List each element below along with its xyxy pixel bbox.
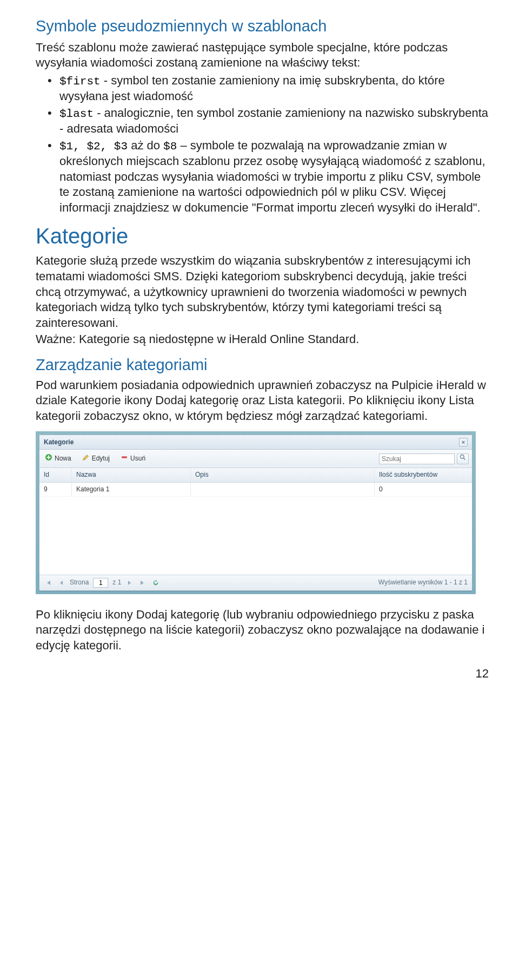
list-item: $last - analogicznie, ten symbol zostani…	[59, 106, 489, 137]
zarzadzanie-paragraph: Pod warunkiem posiadania odpowiednich up…	[36, 378, 489, 424]
svg-line-3	[464, 458, 465, 460]
last-page-icon[interactable]	[138, 578, 147, 587]
toolbar: Nowa Edytuj Usuń	[39, 450, 472, 468]
list-item: $1, $2, $3 aż do $8 – symbole te pozwala…	[59, 138, 489, 216]
table-row[interactable]: 9 Kategoria 1 0	[39, 483, 472, 497]
text: aż do	[128, 139, 163, 152]
kategorie-paragraph-2: Ważne: Kategorie są niedostępne w iHeral…	[36, 332, 489, 347]
col-id[interactable]: Id	[39, 468, 72, 482]
grid-header: Id Nazwa Opis Ilość subskrybentów	[39, 468, 472, 483]
cell-nazwa: Kategoria 1	[72, 483, 191, 497]
code-range-end: $8	[163, 140, 177, 153]
code-range: $1, $2, $3	[59, 140, 128, 153]
search-input[interactable]	[379, 453, 455, 464]
delete-button[interactable]: Usuń	[118, 452, 148, 465]
edit-button[interactable]: Edytuj	[80, 452, 112, 465]
app-window: Kategorie × Nowa Edytuj Usuń	[39, 435, 473, 590]
prev-page-icon[interactable]	[57, 578, 65, 587]
grid-footer: Strona z 1 Wyświetlanie wyników 1 - 1 z …	[39, 575, 472, 590]
svg-point-2	[461, 455, 464, 459]
new-button-label: Nowa	[55, 455, 71, 463]
text: - analogicznie, ten symbol zostanie zami…	[59, 106, 488, 135]
search-button[interactable]	[457, 453, 469, 464]
page-input[interactable]	[93, 578, 108, 588]
page-total: z 1	[112, 578, 121, 587]
code-last: $last	[59, 108, 94, 120]
next-page-icon[interactable]	[125, 578, 134, 587]
symbol-list: $first - symbol ten zostanie zamieniony …	[36, 73, 489, 215]
heading-zarzadzanie: Zarządzanie kategoriami	[36, 355, 489, 376]
after-window-paragraph: Po kliknięciu ikony Dodaj kategorię (lub…	[36, 607, 489, 654]
minus-icon	[121, 453, 128, 464]
app-screenshot: Kategorie × Nowa Edytuj Usuń	[36, 431, 476, 594]
col-ilosc[interactable]: Ilość subskrybentów	[375, 468, 472, 482]
svg-rect-1	[122, 457, 128, 459]
intro-paragraph: Treść szablonu może zawierać następujące…	[36, 40, 489, 71]
page-number: 12	[36, 666, 489, 682]
cell-opis	[191, 483, 375, 497]
window-title: Kategorie	[44, 438, 74, 447]
pencil-icon	[82, 453, 90, 464]
kategorie-paragraph-1: Kategorie służą przede wszystkim do wiąz…	[36, 253, 489, 331]
first-page-icon[interactable]	[44, 578, 52, 587]
close-icon[interactable]: ×	[459, 438, 468, 446]
col-opis[interactable]: Opis	[191, 468, 375, 482]
edit-button-label: Edytuj	[92, 455, 110, 463]
window-titlebar: Kategorie ×	[39, 435, 472, 450]
code-first: $first	[59, 75, 101, 88]
refresh-icon[interactable]	[151, 578, 160, 587]
page-label: Strona	[70, 578, 89, 587]
cell-ilosc: 0	[375, 483, 472, 497]
grid-body: 9 Kategoria 1 0	[39, 483, 472, 575]
plus-icon	[45, 453, 52, 464]
magnifier-icon	[460, 454, 466, 463]
heading-symbole: Symbole pseudozmiennych w szablonach	[36, 16, 489, 37]
delete-button-label: Usuń	[130, 455, 145, 463]
text: - symbol ten zostanie zamieniony na imię…	[59, 74, 445, 103]
heading-kategorie: Kategorie	[36, 222, 489, 250]
col-nazwa[interactable]: Nazwa	[72, 468, 191, 482]
cell-id: 9	[39, 483, 72, 497]
results-label: Wyświetlanie wyników 1 - 1 z 1	[378, 578, 468, 587]
search-group	[379, 453, 469, 464]
new-button[interactable]: Nowa	[43, 452, 74, 465]
list-item: $first - symbol ten zostanie zamieniony …	[59, 73, 489, 104]
grid: Id Nazwa Opis Ilość subskrybentów 9 Kate…	[39, 468, 472, 575]
